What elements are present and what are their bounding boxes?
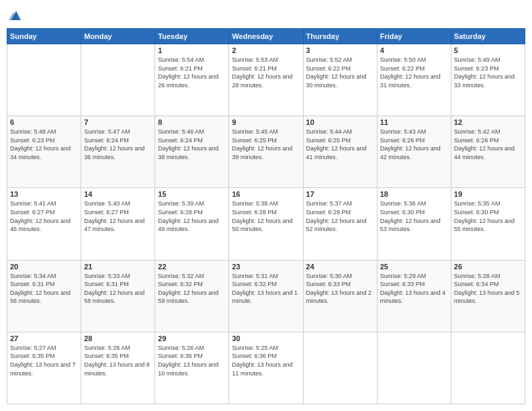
day-number: 9 xyxy=(232,118,300,126)
day-number: 7 xyxy=(84,118,152,126)
day-info: Sunrise: 5:50 AMSunset: 6:22 PMDaylight:… xyxy=(380,56,448,89)
col-wednesday: Wednesday xyxy=(229,29,303,44)
day-info: Sunrise: 5:32 AMSunset: 6:32 PMDaylight:… xyxy=(158,272,226,306)
day-number: 1 xyxy=(158,46,226,54)
day-number: 26 xyxy=(454,263,522,271)
col-sunday: Sunday xyxy=(7,29,81,44)
day-number: 17 xyxy=(306,190,374,198)
day-number: 22 xyxy=(158,263,226,271)
day-info: Sunrise: 5:47 AMSunset: 6:24 PMDaylight:… xyxy=(84,128,152,161)
day-info: Sunrise: 5:31 AMSunset: 6:32 PMDaylight:… xyxy=(232,272,300,306)
cell-w2-d4: 17Sunrise: 5:37 AMSunset: 6:29 PMDayligh… xyxy=(303,188,377,260)
day-number: 24 xyxy=(306,263,374,271)
day-number: 15 xyxy=(158,190,226,198)
cell-w0-d4: 3Sunrise: 5:52 AMSunset: 6:22 PMDaylight… xyxy=(303,44,377,116)
cell-w2-d2: 15Sunrise: 5:39 AMSunset: 6:28 PMDayligh… xyxy=(155,188,229,260)
header xyxy=(7,7,525,23)
day-number: 3 xyxy=(306,46,374,54)
cell-w1-d3: 9Sunrise: 5:45 AMSunset: 6:25 PMDaylight… xyxy=(229,116,303,188)
day-info: Sunrise: 5:49 AMSunset: 6:23 PMDaylight:… xyxy=(454,56,522,89)
col-thursday: Thursday xyxy=(303,29,377,44)
cell-w0-d1 xyxy=(81,44,155,116)
day-number: 30 xyxy=(232,334,300,342)
day-info: Sunrise: 5:38 AMSunset: 6:28 PMDaylight:… xyxy=(232,199,300,233)
day-info: Sunrise: 5:26 AMSunset: 6:35 PMDaylight:… xyxy=(84,344,152,377)
day-info: Sunrise: 5:54 AMSunset: 6:21 PMDaylight:… xyxy=(158,56,226,89)
cell-w1-d1: 7Sunrise: 5:47 AMSunset: 6:24 PMDaylight… xyxy=(81,116,155,188)
day-number: 6 xyxy=(10,118,78,126)
cell-w4-d0: 27Sunrise: 5:27 AMSunset: 6:35 PMDayligh… xyxy=(7,332,81,404)
cell-w2-d3: 16Sunrise: 5:38 AMSunset: 6:28 PMDayligh… xyxy=(229,188,303,260)
cell-w2-d5: 18Sunrise: 5:36 AMSunset: 6:30 PMDayligh… xyxy=(377,188,451,260)
day-number: 25 xyxy=(380,263,448,271)
calendar-table: Sunday Monday Tuesday Wednesday Thursday… xyxy=(7,28,525,404)
col-saturday: Saturday xyxy=(451,29,525,44)
day-info: Sunrise: 5:40 AMSunset: 6:27 PMDaylight:… xyxy=(84,199,152,233)
day-info: Sunrise: 5:52 AMSunset: 6:22 PMDaylight:… xyxy=(306,56,374,89)
day-info: Sunrise: 5:48 AMSunset: 6:23 PMDaylight:… xyxy=(10,128,78,161)
day-info: Sunrise: 5:46 AMSunset: 6:24 PMDaylight:… xyxy=(158,128,226,161)
cell-w4-d2: 29Sunrise: 5:26 AMSunset: 6:36 PMDayligh… xyxy=(155,332,229,404)
cell-w2-d6: 19Sunrise: 5:35 AMSunset: 6:30 PMDayligh… xyxy=(451,188,525,260)
page: Sunday Monday Tuesday Wednesday Thursday… xyxy=(0,0,532,411)
day-info: Sunrise: 5:34 AMSunset: 6:31 PMDaylight:… xyxy=(10,272,78,306)
day-info: Sunrise: 5:27 AMSunset: 6:35 PMDaylight:… xyxy=(10,344,78,377)
day-info: Sunrise: 5:35 AMSunset: 6:30 PMDaylight:… xyxy=(454,199,522,233)
cell-w1-d5: 11Sunrise: 5:43 AMSunset: 6:26 PMDayligh… xyxy=(377,116,451,188)
day-number: 14 xyxy=(84,190,152,198)
cell-w0-d3: 2Sunrise: 5:53 AMSunset: 6:21 PMDaylight… xyxy=(229,44,303,116)
col-monday: Monday xyxy=(81,29,155,44)
week-row-3: 13Sunrise: 5:41 AMSunset: 6:27 PMDayligh… xyxy=(7,188,525,260)
week-row-4: 20Sunrise: 5:34 AMSunset: 6:31 PMDayligh… xyxy=(7,260,525,332)
day-info: Sunrise: 5:30 AMSunset: 6:33 PMDaylight:… xyxy=(306,272,374,306)
day-info: Sunrise: 5:42 AMSunset: 6:26 PMDaylight:… xyxy=(454,128,522,161)
day-number: 2 xyxy=(232,46,300,54)
day-info: Sunrise: 5:45 AMSunset: 6:25 PMDaylight:… xyxy=(232,128,300,161)
cell-w3-d1: 21Sunrise: 5:33 AMSunset: 6:31 PMDayligh… xyxy=(81,260,155,332)
col-tuesday: Tuesday xyxy=(155,29,229,44)
day-info: Sunrise: 5:26 AMSunset: 6:36 PMDaylight:… xyxy=(158,344,226,377)
cell-w4-d1: 28Sunrise: 5:26 AMSunset: 6:35 PMDayligh… xyxy=(81,332,155,404)
day-info: Sunrise: 5:29 AMSunset: 6:33 PMDaylight:… xyxy=(380,272,448,306)
day-info: Sunrise: 5:36 AMSunset: 6:30 PMDaylight:… xyxy=(380,199,448,233)
cell-w1-d4: 10Sunrise: 5:44 AMSunset: 6:25 PMDayligh… xyxy=(303,116,377,188)
cell-w1-d6: 12Sunrise: 5:42 AMSunset: 6:26 PMDayligh… xyxy=(451,116,525,188)
day-info: Sunrise: 5:37 AMSunset: 6:29 PMDaylight:… xyxy=(306,199,374,233)
day-number: 20 xyxy=(10,263,78,271)
day-number: 16 xyxy=(232,190,300,198)
cell-w0-d5: 4Sunrise: 5:50 AMSunset: 6:22 PMDaylight… xyxy=(377,44,451,116)
cell-w0-d6: 5Sunrise: 5:49 AMSunset: 6:23 PMDaylight… xyxy=(451,44,525,116)
day-number: 29 xyxy=(158,334,226,342)
day-number: 13 xyxy=(10,190,78,198)
cell-w4-d4 xyxy=(303,332,377,404)
day-info: Sunrise: 5:41 AMSunset: 6:27 PMDaylight:… xyxy=(10,199,78,233)
day-number: 10 xyxy=(306,118,374,126)
col-friday: Friday xyxy=(377,29,451,44)
cell-w1-d2: 8Sunrise: 5:46 AMSunset: 6:24 PMDaylight… xyxy=(155,116,229,188)
cell-w4-d5 xyxy=(377,332,451,404)
day-info: Sunrise: 5:43 AMSunset: 6:26 PMDaylight:… xyxy=(380,128,448,161)
cell-w1-d0: 6Sunrise: 5:48 AMSunset: 6:23 PMDaylight… xyxy=(7,116,81,188)
day-number: 21 xyxy=(84,263,152,271)
cell-w4-d3: 30Sunrise: 5:25 AMSunset: 6:36 PMDayligh… xyxy=(229,332,303,404)
day-info: Sunrise: 5:53 AMSunset: 6:21 PMDaylight:… xyxy=(232,56,300,89)
day-number: 28 xyxy=(84,334,152,342)
cell-w2-d1: 14Sunrise: 5:40 AMSunset: 6:27 PMDayligh… xyxy=(81,188,155,260)
week-row-5: 27Sunrise: 5:27 AMSunset: 6:35 PMDayligh… xyxy=(7,332,525,404)
day-number: 11 xyxy=(380,118,448,126)
cell-w3-d2: 22Sunrise: 5:32 AMSunset: 6:32 PMDayligh… xyxy=(155,260,229,332)
day-number: 5 xyxy=(454,46,522,54)
day-number: 8 xyxy=(158,118,226,126)
week-row-2: 6Sunrise: 5:48 AMSunset: 6:23 PMDaylight… xyxy=(7,116,525,188)
day-number: 12 xyxy=(454,118,522,126)
cell-w4-d6 xyxy=(451,332,525,404)
logo xyxy=(7,7,24,23)
cell-w2-d0: 13Sunrise: 5:41 AMSunset: 6:27 PMDayligh… xyxy=(7,188,81,260)
day-number: 19 xyxy=(454,190,522,198)
cell-w3-d0: 20Sunrise: 5:34 AMSunset: 6:31 PMDayligh… xyxy=(7,260,81,332)
day-info: Sunrise: 5:28 AMSunset: 6:34 PMDaylight:… xyxy=(454,272,522,306)
day-number: 18 xyxy=(380,190,448,198)
cell-w3-d3: 23Sunrise: 5:31 AMSunset: 6:32 PMDayligh… xyxy=(229,260,303,332)
cell-w0-d0 xyxy=(7,44,81,116)
cell-w3-d6: 26Sunrise: 5:28 AMSunset: 6:34 PMDayligh… xyxy=(451,260,525,332)
